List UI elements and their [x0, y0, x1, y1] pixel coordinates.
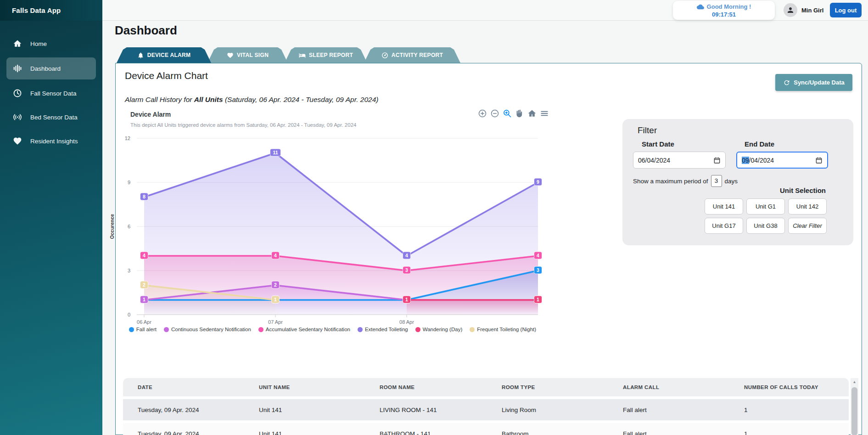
- bed-icon: [299, 52, 306, 59]
- chart-subtitle: This depict All Units triggered device a…: [130, 122, 356, 128]
- logout-button[interactable]: Log out: [830, 3, 862, 17]
- filter-title: Filter: [638, 125, 657, 136]
- legend-item[interactable]: Wandering (Day): [415, 327, 463, 332]
- app-window: Falls Data App Home Dashboard Fall Senso…: [0, 0, 868, 435]
- sidebar: Falls Data App Home Dashboard Fall Senso…: [0, 0, 102, 435]
- unit-button-unit-141[interactable]: Unit 141: [705, 198, 743, 215]
- sidebar-item-label: Bed Sensor Data: [30, 114, 78, 121]
- sidebar-item-fall-sensor-data[interactable]: Fall Sensor Data: [0, 83, 102, 103]
- svg-text:3: 3: [128, 268, 130, 273]
- unit-selection-label: Unit Selection: [780, 186, 826, 194]
- table-cell: BATHROOM - 141: [365, 430, 487, 435]
- sidebar-item-bed-sensor-data[interactable]: Bed Sensor Data: [0, 107, 102, 127]
- column-header: ROOM TYPE: [487, 384, 608, 390]
- legend-item[interactable]: Continuous Sedentary Notification: [164, 327, 251, 332]
- pan-icon[interactable]: [515, 109, 524, 118]
- table-header-row: DATEUNIT NAMEROOM NAMEROOM TYPEALARM CAL…: [123, 378, 849, 396]
- bell-icon: [137, 52, 144, 59]
- svg-text:08 Apr: 08 Apr: [399, 319, 414, 325]
- device-alarm-chart: 03691206 Apr07 Apr08 AprOccurence1113121…: [108, 134, 542, 329]
- refresh-icon: [783, 79, 790, 86]
- signal-icon: [13, 113, 22, 122]
- legend-item[interactable]: Fall alert: [129, 327, 157, 332]
- start-date-input[interactable]: 06/04/2024: [633, 152, 726, 169]
- table-cell: Tuesday, 09 Apr. 2024: [123, 430, 244, 435]
- sidebar-item-label: Home: [30, 40, 47, 47]
- unit-button-unit-g1[interactable]: Unit G1: [746, 198, 785, 215]
- scrollbar-thumb[interactable]: [851, 387, 857, 435]
- app-title: Falls Data App: [0, 0, 102, 21]
- legend-marker: [358, 327, 363, 332]
- svg-text:1: 1: [143, 297, 146, 302]
- gauge-icon: [381, 52, 388, 59]
- column-header: DATE: [123, 384, 244, 390]
- sidebar-item-label: Resident Insights: [30, 138, 78, 145]
- unit-button-unit-142[interactable]: Unit 142: [788, 198, 827, 215]
- svg-text:4: 4: [274, 253, 277, 258]
- legend-item[interactable]: Frequent Toileting (Night): [470, 327, 536, 332]
- clock-icon: [13, 89, 22, 98]
- table-row: Tuesday, 09 Apr. 2024Unit 141LIVING ROOM…: [123, 399, 849, 420]
- sync-update-button[interactable]: Sync/Update Data: [775, 74, 852, 91]
- table-cell: Living Room: [487, 407, 608, 413]
- table-body: Tuesday, 09 Apr. 2024Unit 141LIVING ROOM…: [123, 399, 849, 435]
- svg-text:1: 1: [274, 297, 277, 302]
- column-header: UNIT NAME: [244, 384, 365, 390]
- legend-item[interactable]: Accumulative Sedentary Notification: [258, 327, 350, 332]
- heart-icon: [13, 136, 22, 146]
- tab-activity-report[interactable]: ACTIVITY REPORT: [364, 47, 460, 63]
- svg-text:2: 2: [274, 282, 277, 288]
- legend-item[interactable]: Extended Toileting: [358, 327, 408, 332]
- tab-device-alarm[interactable]: DEVICE ALARM: [117, 47, 211, 63]
- table-cell: Unit 141: [244, 430, 365, 435]
- avatar[interactable]: [784, 3, 797, 17]
- sidebar-item-resident-insights[interactable]: Resident Insights: [0, 131, 102, 151]
- greeting-text: Good Morning !: [707, 3, 751, 10]
- max-period-line: Show a maximum period of 3 days: [633, 175, 738, 187]
- svg-text:07 Apr: 07 Apr: [268, 319, 283, 325]
- chart-legend: Fall alert Continuous Sedentary Notifica…: [116, 327, 549, 332]
- svg-text:4: 4: [405, 253, 408, 258]
- svg-text:1: 1: [537, 297, 539, 302]
- history-caption: Alarm Call History for All Units (Saturd…: [125, 96, 378, 104]
- column-header: ALARM CALL: [608, 384, 729, 390]
- table-scrollbar[interactable]: ▲: [851, 378, 858, 435]
- calendar-icon[interactable]: [713, 157, 721, 164]
- selection-zoom-icon[interactable]: [503, 109, 512, 118]
- start-date-label: Start Date: [642, 140, 674, 148]
- max-period-input[interactable]: 3: [711, 175, 722, 187]
- zoom-in-icon[interactable]: [478, 109, 487, 118]
- tab-vital-sign[interactable]: VITAL SIGN: [207, 47, 288, 63]
- svg-text:3: 3: [537, 267, 539, 273]
- unit-button-unit-g38[interactable]: Unit G38: [746, 218, 785, 234]
- table-cell: Tuesday, 09 Apr. 2024: [123, 407, 244, 413]
- svg-text:Occurence: Occurence: [109, 214, 115, 239]
- legend-marker: [164, 327, 169, 332]
- home-icon: [13, 39, 22, 48]
- chart-toolbar: [478, 109, 549, 118]
- end-date-input[interactable]: 09/04/2024: [736, 152, 828, 169]
- zoom-out-icon[interactable]: [490, 109, 499, 118]
- table-cell: Bathroom: [487, 430, 608, 435]
- svg-text:6: 6: [128, 224, 130, 229]
- menu-icon[interactable]: [540, 109, 549, 118]
- svg-text:06 Apr: 06 Apr: [137, 319, 151, 325]
- scroll-up-arrow[interactable]: ▲: [851, 378, 858, 385]
- cloud-icon: [697, 3, 704, 11]
- person-icon: [786, 6, 795, 14]
- table-cell: LIVING ROOM - 141: [365, 407, 487, 413]
- calendar-icon[interactable]: [815, 157, 823, 164]
- sidebar-item-label: Fall Sensor Data: [30, 90, 77, 97]
- page-title: Dashboard: [115, 23, 177, 38]
- svg-text:1: 1: [405, 297, 408, 302]
- dashboard-icon: [13, 64, 22, 73]
- home-icon[interactable]: [527, 109, 537, 118]
- svg-text:0: 0: [128, 312, 130, 317]
- clear-filter-button[interactable]: Clear Filter: [788, 218, 827, 234]
- unit-button-unit-g17[interactable]: Unit G17: [705, 218, 743, 234]
- svg-text:4: 4: [537, 253, 539, 258]
- user-chip[interactable]: Min Girl: [784, 3, 823, 17]
- topbar: Good Morning ! 09:17:51 Min Girl Log out: [102, 0, 868, 21]
- svg-text:4: 4: [143, 253, 146, 258]
- tab-sleep-report[interactable]: SLEEP REPORT: [285, 47, 367, 63]
